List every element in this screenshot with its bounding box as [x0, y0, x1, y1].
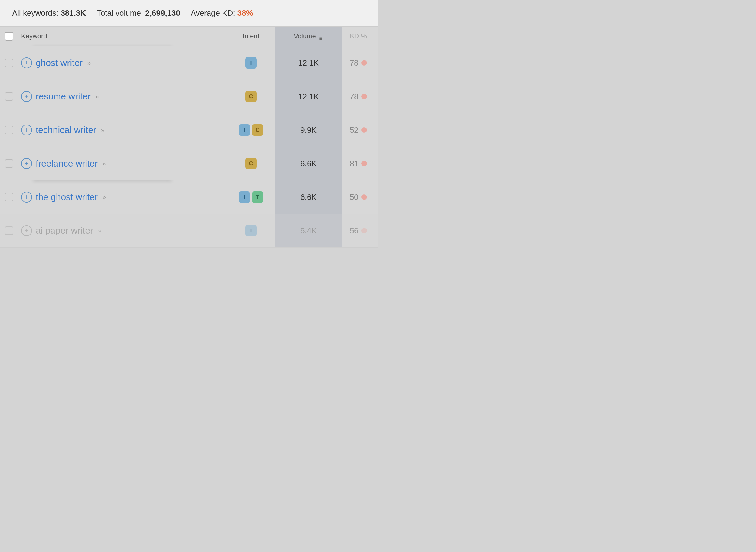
intent-badge-t: T: [252, 191, 263, 203]
keyword-link[interactable]: technical writer: [36, 125, 96, 135]
kd-cell: 52: [342, 125, 378, 135]
add-keyword-icon[interactable]: +: [21, 57, 32, 68]
intent-cell: C: [227, 91, 275, 102]
keyword-link[interactable]: freelance writer: [36, 158, 98, 169]
table-row: + ghost writer » I 12.1K 78: [0, 46, 378, 80]
keywords-table: Keyword Intent Volume KD % + ghost write…: [0, 27, 378, 248]
add-keyword-icon[interactable]: +: [21, 192, 32, 202]
keyword-cell: + ai paper writer »: [18, 219, 227, 242]
volume-cell: 12.1K: [275, 80, 342, 113]
chevrons-icon: »: [98, 227, 101, 234]
keyword-cell: + the ghost writer »: [18, 185, 227, 209]
header-checkbox-cell[interactable]: [0, 32, 18, 40]
row-checkbox[interactable]: [5, 227, 13, 235]
row-checkbox[interactable]: [5, 92, 13, 101]
intent-badge-i: I: [245, 57, 257, 68]
top-stats-bar: All keywords: 381.3K Total volume: 2,699…: [0, 0, 378, 27]
keyword-link[interactable]: the ghost writer: [36, 192, 98, 202]
kd-cell: 56: [342, 226, 378, 236]
chevrons-icon: »: [96, 93, 99, 100]
intent-cell: I C: [227, 124, 275, 136]
kd-value: 50: [350, 192, 359, 202]
keyword-link[interactable]: ai paper writer: [36, 226, 93, 236]
kd-dot: [361, 161, 367, 166]
kd-cell: 50: [342, 192, 378, 202]
kd-value: 78: [350, 92, 359, 101]
keyword-link[interactable]: resume writer: [36, 91, 91, 102]
volume-header: Volume: [275, 27, 342, 46]
keyword-header: Keyword: [18, 32, 227, 40]
add-keyword-icon[interactable]: +: [21, 125, 32, 135]
intent-badge-c: C: [245, 158, 257, 169]
kd-dot: [361, 194, 367, 200]
kd-dot: [361, 60, 367, 65]
intent-cell: I T: [227, 191, 275, 203]
kd-value: 81: [350, 159, 359, 168]
kd-dot: [361, 228, 367, 233]
kd-value: 52: [350, 125, 359, 135]
add-keyword-icon[interactable]: +: [21, 225, 32, 236]
table-row: + resume writer » C 12.1K 78: [0, 80, 378, 113]
intent-badge-c: C: [245, 91, 257, 102]
total-volume-value: 2,699,130: [145, 8, 180, 17]
table-row: + technical writer » I C 9.9K 52: [0, 113, 378, 147]
volume-cell: 9.9K: [275, 113, 342, 147]
kd-cell: 81: [342, 159, 378, 168]
chevrons-icon: »: [101, 127, 104, 134]
chevrons-icon: »: [87, 59, 91, 66]
keyword-cell: + resume writer »: [18, 85, 227, 108]
table-row: + ai paper writer » I 5.4K 56: [0, 214, 378, 248]
table-row: + freelance writer » C 6.6K 81: [0, 147, 378, 180]
row-checkbox[interactable]: [5, 159, 13, 168]
intent-badge-i: I: [239, 124, 250, 136]
volume-cell: 6.6K: [275, 147, 342, 180]
intent-badge-i: I: [239, 191, 250, 203]
kd-header: KD %: [342, 32, 378, 40]
row-checkbox[interactable]: [5, 126, 13, 134]
average-kd-label: Average KD:: [191, 8, 235, 17]
kd-dot: [361, 127, 367, 133]
kd-value: 78: [350, 58, 359, 68]
intent-badge-i: I: [245, 225, 257, 236]
intent-cell: I: [227, 225, 275, 236]
highlighted-rows-group: + ghost writer » I 12.1K 78 + resume wri…: [0, 46, 378, 180]
keyword-link[interactable]: ghost writer: [36, 58, 83, 68]
kd-dot: [361, 94, 367, 99]
keyword-cell: + ghost writer »: [18, 51, 227, 75]
all-keywords-label: All keywords:: [12, 8, 58, 17]
kd-cell: 78: [342, 92, 378, 101]
table-row: + the ghost writer » I T 6.6K 50: [0, 180, 378, 214]
intent-cell: C: [227, 158, 275, 169]
table-header: Keyword Intent Volume KD %: [0, 27, 378, 46]
row-checkbox[interactable]: [5, 193, 13, 201]
intent-badge-c: C: [252, 124, 263, 136]
volume-cell: 5.4K: [275, 214, 342, 247]
filter-icon[interactable]: [319, 34, 323, 38]
chevrons-icon: »: [103, 194, 106, 201]
add-keyword-icon[interactable]: +: [21, 158, 32, 169]
intent-cell: I: [227, 57, 275, 68]
total-volume-label: Total volume:: [97, 8, 143, 17]
volume-cell: 6.6K: [275, 180, 342, 214]
kd-value: 56: [350, 226, 359, 236]
keyword-cell: + technical writer »: [18, 119, 227, 141]
average-kd-value: 38%: [237, 8, 253, 17]
select-all-checkbox[interactable]: [5, 32, 13, 40]
add-keyword-icon[interactable]: +: [21, 91, 32, 102]
kd-cell: 78: [342, 58, 378, 68]
keyword-cell: + freelance writer »: [18, 152, 227, 175]
chevrons-icon: »: [103, 160, 106, 167]
volume-cell: 12.1K: [275, 46, 342, 80]
all-keywords-value: 381.3K: [60, 8, 86, 17]
intent-header: Intent: [227, 32, 275, 40]
row-checkbox[interactable]: [5, 59, 13, 67]
